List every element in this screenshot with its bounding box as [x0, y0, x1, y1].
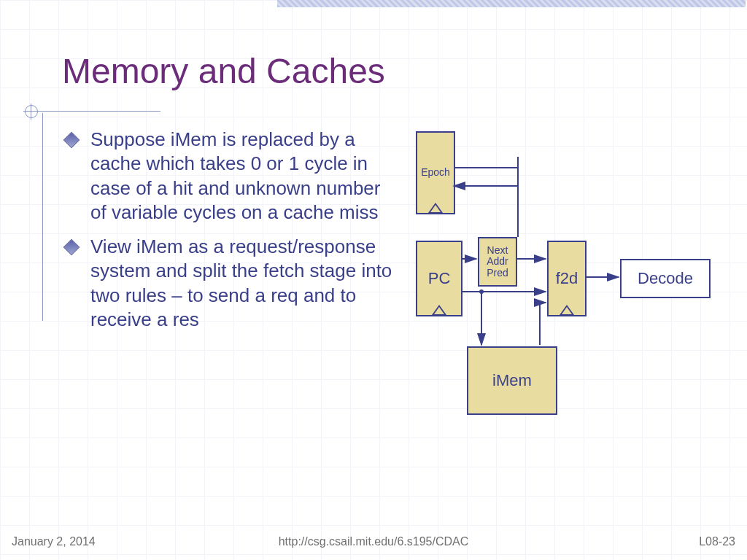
list-item: View iMem as a request/response system a…: [66, 235, 401, 332]
block-diagram: Epoch PC Next Addr Pred f2d Decode iMem: [409, 128, 729, 441]
bullet-text: Suppose iMem is replaced by a cache whic…: [90, 128, 380, 223]
diamond-bullet-icon: [63, 239, 80, 256]
left-vertical-rule: [42, 113, 43, 321]
bullet-text: View iMem as a request/response system a…: [90, 236, 392, 330]
title-underline: [29, 111, 160, 112]
top-accent-bar: [277, 0, 746, 7]
footer-url: http://csg.csail.mit.edu/6.s195/CDAC: [0, 535, 747, 548]
footer-page: L08-23: [699, 535, 735, 548]
diagram-arrows: [409, 128, 729, 441]
slide-title: Memory and Caches: [62, 51, 385, 91]
diamond-bullet-icon: [63, 132, 80, 149]
title-ornament-icon: [25, 105, 38, 118]
list-item: Suppose iMem is replaced by a cache whic…: [66, 128, 401, 225]
bullet-list: Suppose iMem is replaced by a cache whic…: [66, 128, 401, 342]
